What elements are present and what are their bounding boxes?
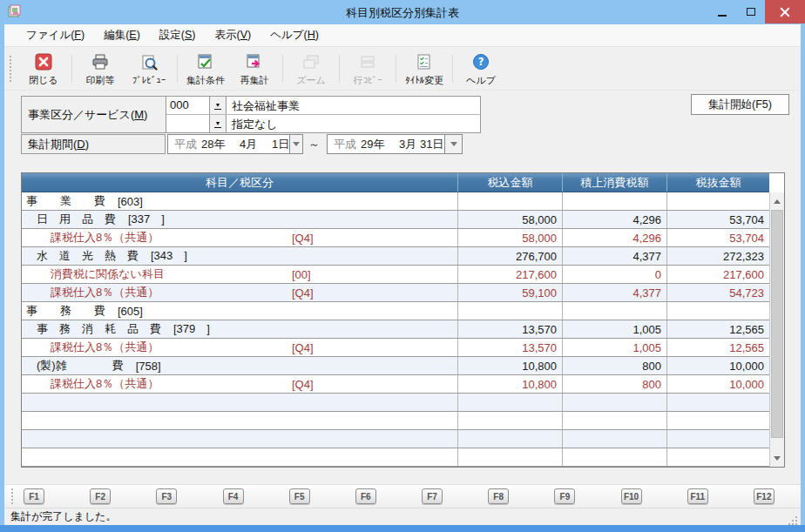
toolbar-button-preview[interactable]: ﾌﾟﾚﾋﾞｭｰ	[125, 50, 173, 88]
function-key-f3[interactable]: F3	[156, 488, 177, 504]
subject-name: 課税仕入8％（共通）	[51, 376, 159, 392]
period-from-combo[interactable]: 平成28年 4月 1日	[167, 134, 303, 154]
title-icon	[415, 52, 434, 73]
table-row[interactable]: 消費税に関係ない科目[00]217,6000217,600	[22, 266, 769, 284]
cell-tax-excluded	[666, 412, 769, 429]
function-key-f6[interactable]: F6	[355, 488, 376, 504]
cell-subject	[22, 394, 457, 411]
business-dropdown-button[interactable]: ▼	[210, 97, 227, 114]
table-row[interactable]: 事 務 消 耗 品 費[379 ]13,5701,00512,565	[22, 320, 769, 339]
table-row[interactable]: 課税仕入8％（共通）[Q4]59,1004,37754,723	[22, 284, 769, 302]
toolbar-grip[interactable]	[10, 56, 13, 82]
cell-tax-excluded: 10,000	[666, 375, 769, 393]
table-row-empty	[22, 430, 769, 448]
business-name-value: 社会福祉事業	[227, 97, 480, 114]
toolbar-button-recalc[interactable]: 再集計	[230, 50, 279, 88]
menu-item-settings[interactable]: 設定(S)	[150, 28, 206, 43]
table-row[interactable]: (製)雑 費[758]10,80080010,000	[22, 357, 769, 375]
toolbar-button-help[interactable]: ?ヘルプ	[457, 50, 505, 88]
table-row[interactable]: 日 用 品 費[337 ]58,0004,29653,704	[22, 211, 769, 229]
cell-tax-included: 13,570	[457, 339, 562, 356]
cell-subject: 消費税に関係ない科目[00]	[22, 266, 457, 283]
function-key-f2[interactable]: F2	[90, 488, 111, 504]
cell-consumption-tax	[562, 302, 666, 320]
service-code-input[interactable]	[166, 115, 210, 132]
scrollbar-thumb[interactable]	[771, 210, 783, 438]
table-body: 事 業 費[603]日 用 品 費[337 ]58,0004,29653,704…	[22, 192, 784, 467]
scroll-down-button[interactable]	[770, 451, 784, 465]
status-bar: 集計が完了しました。	[4, 508, 801, 525]
cell-tax-excluded: 12,565	[666, 320, 769, 338]
cell-consumption-tax: 0	[562, 266, 666, 283]
cell-tax-excluded: 217,600	[666, 266, 769, 283]
window-title: 科目別税区分別集計表	[0, 5, 805, 21]
cell-tax-included: 58,000	[457, 211, 562, 228]
function-key-f8[interactable]: F8	[488, 488, 509, 504]
toolbar-button-close[interactable]: 閉じる	[19, 50, 68, 88]
table-row[interactable]: 水 道 光 熱 費[343 ]276,7004,377272,323	[22, 247, 769, 266]
cell-consumption-tax	[562, 430, 666, 448]
subject-code: [379 ]	[173, 321, 210, 337]
cell-subject: 事 業 費[603]	[22, 192, 457, 210]
resize-grip[interactable]	[787, 516, 797, 525]
subject-name: 課税仕入8％（共通）	[51, 230, 159, 246]
chevron-down-icon	[293, 142, 300, 146]
toolbar-button-label: ﾌﾟﾚﾋﾞｭｰ	[132, 75, 166, 85]
function-key-f7[interactable]: F7	[422, 488, 443, 504]
table-row[interactable]: 課税仕入8％（共通）[Q4]58,0004,29653,704	[22, 229, 769, 247]
print-icon	[91, 52, 110, 73]
period-from-dropdown-button[interactable]	[289, 135, 302, 153]
cell-tax-excluded: 12,565	[666, 339, 769, 356]
close-button[interactable]	[765, 0, 805, 24]
subject-code: [343 ]	[151, 248, 187, 264]
table-header-cell: 科目／税区分	[22, 173, 457, 192]
function-key-f1[interactable]: F1	[24, 488, 44, 504]
title-bar: 科目別税区分別集計表	[0, 0, 805, 24]
cell-consumption-tax	[562, 448, 666, 466]
menu-item-help[interactable]: ヘルプ(H)	[260, 28, 328, 43]
table-row[interactable]: 課税仕入8％（共通）[Q4]13,5701,00512,565	[22, 339, 769, 357]
toolbar-separator	[177, 55, 178, 83]
function-key-f5[interactable]: F5	[289, 488, 310, 504]
start-aggregation-button[interactable]: 集計開始(F5)	[691, 94, 789, 115]
toolbar-button-print[interactable]: 印刷等	[76, 50, 125, 88]
function-key-f10[interactable]: F10	[621, 488, 642, 504]
table-row[interactable]: 事 務 費[605]	[22, 302, 769, 320]
menu-item-file[interactable]: ファイル(F)	[17, 28, 94, 43]
period-from-era: 平成	[174, 137, 197, 152]
cell-tax-included: 10,800	[457, 357, 562, 374]
table-row[interactable]: 事 業 費[603]	[22, 192, 769, 211]
service-dropdown-button[interactable]: ▼	[210, 115, 227, 132]
table-row[interactable]: 課税仕入8％（共通）[Q4]10,80080010,000	[22, 375, 769, 394]
fkey-bar-grip[interactable]	[11, 488, 13, 504]
table-header-cell: 積上消費税額	[562, 173, 666, 192]
cell-subject	[22, 412, 457, 429]
subject-name: 消費税に関係ない科目	[51, 266, 165, 282]
function-key-f9[interactable]: F9	[554, 488, 575, 504]
scroll-up-button[interactable]	[770, 194, 784, 208]
cell-consumption-tax: 1,005	[562, 339, 666, 356]
period-to-dropdown-button[interactable]	[444, 135, 462, 153]
cell-tax-included	[457, 192, 562, 210]
cell-subject: 課税仕入8％（共通）[Q4]	[22, 375, 457, 393]
function-key-f4[interactable]: F4	[223, 488, 244, 504]
menu-item-edit[interactable]: 編集(E)	[94, 28, 150, 43]
toolbar-button-titlechange[interactable]: ﾀｲﾄﾙ変更	[400, 50, 449, 88]
cell-tax-included: 276,700	[457, 247, 562, 265]
cell-tax-excluded: 53,704	[666, 229, 769, 246]
period-to-combo[interactable]: 平成29年 3月 31日	[327, 134, 463, 154]
cell-tax-included: 13,570	[457, 320, 562, 338]
cell-tax-excluded: 54,723	[666, 284, 769, 301]
period-to-date: 29年 3月 31日	[361, 137, 443, 152]
minimize-button[interactable]	[707, 0, 736, 24]
maximize-button[interactable]	[736, 0, 765, 24]
function-key-f11[interactable]: F11	[687, 488, 708, 504]
menu-item-view[interactable]: 表示(V)	[206, 28, 261, 43]
toolbar-button-label: 行ｺﾋﾟｰ	[354, 74, 382, 87]
function-key-f12[interactable]: F12	[754, 488, 775, 504]
minimize-icon	[718, 15, 727, 17]
toolbar-button-conditions[interactable]: 集計条件	[181, 50, 230, 88]
toolbar-button-label: 閉じる	[29, 74, 58, 87]
business-code-input[interactable]: 000	[166, 97, 210, 114]
vertical-scrollbar[interactable]	[769, 192, 784, 467]
